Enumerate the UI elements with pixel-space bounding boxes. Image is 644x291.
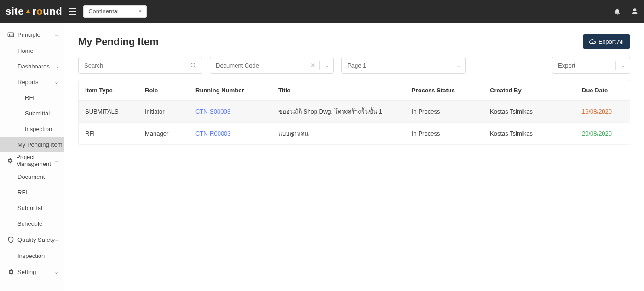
clear-icon[interactable]: ✕ xyxy=(307,62,319,69)
gear-icon xyxy=(6,157,13,164)
nav-label: Submittal xyxy=(25,110,50,117)
nav-item-submittal-report[interactable]: Submittal xyxy=(0,105,64,121)
th-title: Title xyxy=(278,87,412,94)
nav-item-schedule[interactable]: Schedule xyxy=(0,216,64,231)
filter-bar: Document Code ✕ ⌄ Page 1 ⌄ Export ⌄ xyxy=(78,57,630,74)
page-title: My Pending Item xyxy=(78,36,583,48)
export-select[interactable]: Export ⌄ xyxy=(552,57,630,74)
nav-label: Setting xyxy=(17,268,36,275)
nav-head-setting[interactable]: Setting ⌄ xyxy=(0,263,64,280)
cell-title: ขออนุมัติ Shop Dwg. โครงสร้างพื้นชั้น 1 xyxy=(278,107,412,116)
app-header: site▲round ☰ Continental ▾ xyxy=(0,0,644,23)
dashboard-icon xyxy=(6,31,15,38)
nav-group-principle: Principle ⌄ Home Dashboards › Reports ⌄ … xyxy=(0,26,64,152)
cell-role: Manager xyxy=(145,130,196,137)
cell-item-type: RFI xyxy=(85,130,145,137)
th-item-type: Item Type xyxy=(85,87,145,94)
nav-item-rfi-report[interactable]: RFI xyxy=(0,90,64,105)
nav-item-home[interactable]: Home xyxy=(0,43,64,58)
export-all-label: Export All xyxy=(598,38,624,45)
title-row: My Pending Item Export All xyxy=(78,34,630,49)
nav-item-inspection-report[interactable]: Inspection xyxy=(0,121,64,137)
cell-running-link[interactable]: CTN-R00003 xyxy=(196,130,278,137)
nav-item-pending[interactable]: My Pending Item xyxy=(0,137,64,152)
nav-head-pm[interactable]: Project Management ⌄ xyxy=(0,152,64,169)
cell-due: 16/08/2020 xyxy=(564,108,623,115)
nav-label: RFI xyxy=(25,94,34,101)
gear-icon xyxy=(6,268,15,275)
nav-group-pm: Project Management ⌄ Document RFI Submit… xyxy=(0,152,64,231)
sidebar: Principle ⌄ Home Dashboards › Reports ⌄ … xyxy=(0,23,64,291)
cell-status: In Process xyxy=(412,130,490,137)
table-row[interactable]: RFI Manager CTN-R00003 แบบลูกหล่น In Pro… xyxy=(79,123,630,145)
nav-label: Schedule xyxy=(17,220,42,227)
logo-o: o xyxy=(36,6,43,17)
export-select-value: Export xyxy=(558,62,615,69)
filter-page[interactable]: Page 1 ⌄ xyxy=(341,57,466,74)
nav-label: Inspection xyxy=(17,252,45,259)
cell-title: แบบลูกหล่น xyxy=(278,129,412,138)
chevron-down-icon: ⌄ xyxy=(54,32,58,38)
cell-created-by: Kostas Tsimikas xyxy=(490,108,564,115)
nav-label: Reports xyxy=(17,79,39,86)
logo-text-3: und xyxy=(43,6,62,17)
project-select-value: Continental xyxy=(88,8,119,15)
filter-doc-code-value: Document Code xyxy=(216,62,307,69)
cloud-download-icon xyxy=(589,39,596,45)
logo-text-1: site xyxy=(6,6,24,17)
chevron-down-icon: ⌄ xyxy=(54,237,58,243)
pending-table: Item Type Role Running Number Title Proc… xyxy=(78,80,630,145)
main-content: My Pending Item Export All Document Code… xyxy=(64,23,644,291)
user-icon[interactable] xyxy=(631,8,638,15)
search-input[interactable] xyxy=(84,62,190,69)
th-status: Process Status xyxy=(412,87,490,94)
nav-item-dashboards[interactable]: Dashboards › xyxy=(0,58,64,74)
cell-role: Initiator xyxy=(145,108,196,115)
nav-label: Quality Safety xyxy=(17,236,55,243)
nav-label: Dashboards xyxy=(17,63,50,70)
notifications-icon[interactable] xyxy=(614,8,621,15)
nav-head-principle[interactable]: Principle ⌄ xyxy=(0,26,64,43)
cell-running-link[interactable]: CTN-S00003 xyxy=(196,108,278,115)
nav-item-inspection[interactable]: Inspection xyxy=(0,248,64,263)
search-icon xyxy=(190,62,196,68)
nav-label: My Pending Item xyxy=(17,141,63,148)
svg-point-1 xyxy=(191,63,195,67)
cell-created-by: Kostas Tsimikas xyxy=(490,130,564,137)
cell-item-type: SUBMITALS xyxy=(85,108,145,115)
filter-page-value: Page 1 xyxy=(347,62,451,69)
nav-item-document[interactable]: Document xyxy=(0,169,64,184)
table-header: Item Type Role Running Number Title Proc… xyxy=(79,80,630,101)
chevron-down-icon: ⌄ xyxy=(616,63,630,68)
nav-label: RFI xyxy=(17,189,27,196)
shield-icon xyxy=(6,236,15,243)
th-running: Running Number xyxy=(196,87,278,94)
nav-label: Home xyxy=(17,47,34,54)
logo-text-2: r xyxy=(32,6,36,17)
export-all-button[interactable]: Export All xyxy=(583,34,630,49)
th-role: Role xyxy=(145,87,196,94)
nav-label: Project Management xyxy=(16,154,58,167)
nav-item-reports[interactable]: Reports ⌄ xyxy=(0,74,64,90)
nav-item-rfi[interactable]: RFI xyxy=(0,184,64,200)
th-due: Due Date xyxy=(564,87,623,94)
project-select[interactable]: Continental ▾ xyxy=(83,5,147,18)
nav-item-submittal[interactable]: Submittal xyxy=(0,200,64,216)
filter-doc-code[interactable]: Document Code ✕ ⌄ xyxy=(210,57,334,74)
th-created-by: Created By xyxy=(490,87,564,94)
nav-head-qs[interactable]: Quality Safety ⌄ xyxy=(0,231,64,248)
nav-label: Document xyxy=(17,173,45,180)
nav-label: Submittal xyxy=(17,205,42,211)
spacer xyxy=(473,57,545,74)
chevron-down-icon: ▾ xyxy=(139,8,142,14)
chevron-down-icon: ⌄ xyxy=(54,158,58,164)
nav-label: Principle xyxy=(17,31,40,38)
nav-group-setting: Setting ⌄ xyxy=(0,263,64,280)
search-box[interactable] xyxy=(78,57,202,74)
logo: site▲round xyxy=(6,6,62,17)
table-row[interactable]: SUBMITALS Initiator CTN-S00003 ขออนุมัติ… xyxy=(79,101,630,123)
menu-toggle-icon[interactable]: ☰ xyxy=(69,6,77,17)
chevron-down-icon: ⌄ xyxy=(320,63,334,68)
cell-due: 20/08/2020 xyxy=(564,130,623,137)
chevron-right-icon: › xyxy=(57,63,58,69)
